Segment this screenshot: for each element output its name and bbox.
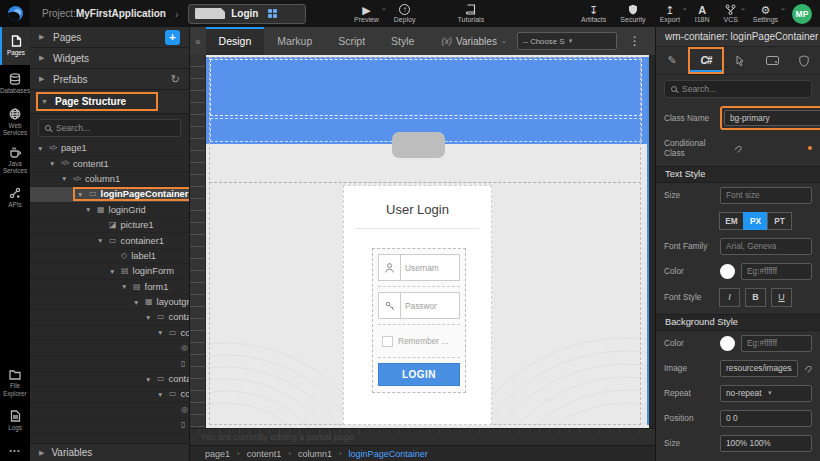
- breadcrumb-page1[interactable]: page1: [205, 449, 230, 459]
- tab-styles[interactable]: C#: [688, 47, 724, 74]
- remember-me-label: Remember ...: [398, 336, 448, 346]
- username-input[interactable]: Usernam: [401, 254, 460, 281]
- tree-node-container1[interactable]: ▼▭container1: [30, 233, 189, 248]
- container-icon: ▭: [169, 390, 177, 398]
- page-structure-highlight: ▼ Page Structure: [36, 92, 158, 111]
- login-page-header-container[interactable]: [206, 57, 647, 144]
- tab-properties[interactable]: ✎: [656, 47, 688, 74]
- tab-device[interactable]: [756, 47, 788, 74]
- bold-button[interactable]: B: [745, 288, 766, 307]
- wavemaker-logo[interactable]: [0, 0, 30, 27]
- tree-node-layoutgrid2[interactable]: ▼▦layoutgrid2: [30, 295, 189, 310]
- page-tab-login[interactable]: Login: [188, 4, 306, 24]
- tree-node-form1[interactable]: ▼▤form1: [30, 280, 189, 295]
- more-options-icon[interactable]: •••: [0, 440, 30, 461]
- screen-size-select[interactable]: -- Choose Screen Size -- ▾: [517, 32, 617, 50]
- accordion-prefabs[interactable]: ▶ Prefabs: [30, 69, 189, 90]
- background-image-input[interactable]: [720, 360, 798, 377]
- tree-node-page1[interactable]: ▼</>page1: [30, 141, 189, 156]
- background-image-row: Image ⊃: [656, 356, 820, 381]
- rail-item-databases[interactable]: Databases: [0, 65, 30, 103]
- logo-picture-placeholder[interactable]: [392, 132, 445, 158]
- rail-item-java-services[interactable]: Java Services: [0, 141, 30, 179]
- background-size-row: Size: [656, 431, 820, 456]
- tab-security[interactable]: [788, 47, 820, 74]
- i18n-button[interactable]: A I18N: [688, 0, 717, 27]
- security-button[interactable]: Security: [613, 0, 652, 27]
- rail-item-pages[interactable]: Pages: [0, 27, 30, 65]
- tab-design[interactable]: Design: [206, 27, 265, 55]
- structure-search-input[interactable]: [56, 123, 174, 133]
- breadcrumb-column1[interactable]: column1: [298, 449, 332, 459]
- tree-node-loginPageContainer[interactable]: ▼▭loginPageContainer: [30, 187, 189, 202]
- page-canvas[interactable]: User Login Usernam: [206, 55, 649, 428]
- tree-node-loginForm[interactable]: ▼▤loginForm: [30, 264, 189, 279]
- rail-item-logs[interactable]: Logs: [0, 402, 30, 440]
- underline-button[interactable]: U: [771, 288, 792, 307]
- font-family-input[interactable]: [720, 238, 812, 255]
- unit-em-button[interactable]: EM: [719, 212, 744, 230]
- tab-events[interactable]: [724, 47, 756, 74]
- collapse-left-icon[interactable]: «: [190, 36, 206, 47]
- breadcrumb-loginPageContainer[interactable]: loginPageContainer: [349, 449, 428, 459]
- tree-node-container[interactable]: ▼▭con: [30, 326, 189, 341]
- tree-node-password-input[interactable]: ▯j_p: [30, 418, 189, 433]
- unit-px-button[interactable]: PX: [743, 212, 768, 230]
- text-color-swatch[interactable]: [720, 264, 735, 279]
- login-card[interactable]: User Login Usernam: [343, 185, 492, 425]
- background-color-input[interactable]: [741, 335, 812, 352]
- canvas-bottom-strip: You are currently editing a partial page: [190, 428, 655, 445]
- play-icon: ▶: [362, 4, 370, 15]
- tree-node-container[interactable]: ▼▭contain: [30, 310, 189, 325]
- background-repeat-select[interactable]: no-repeat ▾: [720, 385, 812, 402]
- artifacts-button[interactable]: ↧ Artifacts: [574, 0, 613, 27]
- refresh-icon[interactable]: [171, 73, 180, 86]
- font-unit-row: EM PX PT: [656, 208, 820, 234]
- italic-button[interactable]: I: [719, 288, 740, 307]
- variables-button[interactable]: (x) Variables ⌄: [441, 36, 506, 47]
- settings-dropdown-icon[interactable]: ⌄: [780, 4, 786, 12]
- unit-pt-button[interactable]: PT: [767, 212, 792, 230]
- tab-style[interactable]: Style: [378, 27, 427, 55]
- accordion-pages[interactable]: ▶ Pages: [30, 27, 189, 48]
- paperclip-icon[interactable]: ⊃: [801, 361, 815, 375]
- tab-script[interactable]: Script: [325, 27, 378, 55]
- api-icon: [9, 187, 21, 199]
- paperclip-icon[interactable]: ⊃: [731, 142, 745, 156]
- text-color-input[interactable]: [741, 263, 812, 280]
- avatar[interactable]: MP: [792, 4, 812, 24]
- deploy-button[interactable]: ↑ Deploy: [387, 0, 423, 27]
- rail-item-file-explorer[interactable]: File Explorer: [0, 364, 30, 402]
- tree-node-picture1[interactable]: ◪picture1: [30, 218, 189, 233]
- tree-node-username-input[interactable]: ▯j_us: [30, 356, 189, 371]
- remember-me-checkbox[interactable]: [382, 336, 393, 347]
- rail-item-web-services[interactable]: Web Services: [0, 103, 30, 141]
- login-button[interactable]: LOGIN: [378, 363, 460, 386]
- tree-node-column1[interactable]: ▼</>column1: [30, 172, 189, 187]
- class-name-input[interactable]: [724, 110, 820, 126]
- tutorials-button[interactable]: Tutorials: [451, 0, 492, 27]
- background-size-input[interactable]: [720, 435, 812, 452]
- accordion-page-structure[interactable]: ▼ Page Structure: [30, 90, 189, 114]
- page-switcher-icon[interactable]: [268, 9, 299, 18]
- login-form[interactable]: Usernam Passwor: [372, 248, 466, 393]
- style-search-input[interactable]: [682, 84, 805, 94]
- background-position-input[interactable]: [720, 410, 812, 427]
- more-menu-icon[interactable]: ⋮: [625, 34, 645, 48]
- tree-node-loginGrid[interactable]: ▼▦loginGrid: [30, 203, 189, 218]
- password-input[interactable]: Passwor: [401, 292, 460, 319]
- breadcrumb-content1[interactable]: content1: [247, 449, 282, 459]
- tree-node-icon[interactable]: ◎ico: [30, 403, 189, 418]
- tree-node-content1[interactable]: ▼</>content1: [30, 156, 189, 171]
- tree-node-icon[interactable]: ◎ico: [30, 341, 189, 356]
- rail-item-apis[interactable]: APIs: [0, 179, 30, 217]
- add-page-button[interactable]: [165, 30, 180, 45]
- tab-markup[interactable]: Markup: [264, 27, 325, 55]
- accordion-variables[interactable]: ▶ Variables: [30, 443, 189, 461]
- background-color-swatch[interactable]: [720, 336, 735, 351]
- tree-node-container[interactable]: ▼▭con: [30, 387, 189, 402]
- tree-node-label1[interactable]: ◇label1: [30, 249, 189, 264]
- font-size-input[interactable]: [720, 187, 812, 204]
- accordion-widgets[interactable]: ▶ Widgets: [30, 48, 189, 69]
- tree-node-container[interactable]: ▼▭contain: [30, 372, 189, 387]
